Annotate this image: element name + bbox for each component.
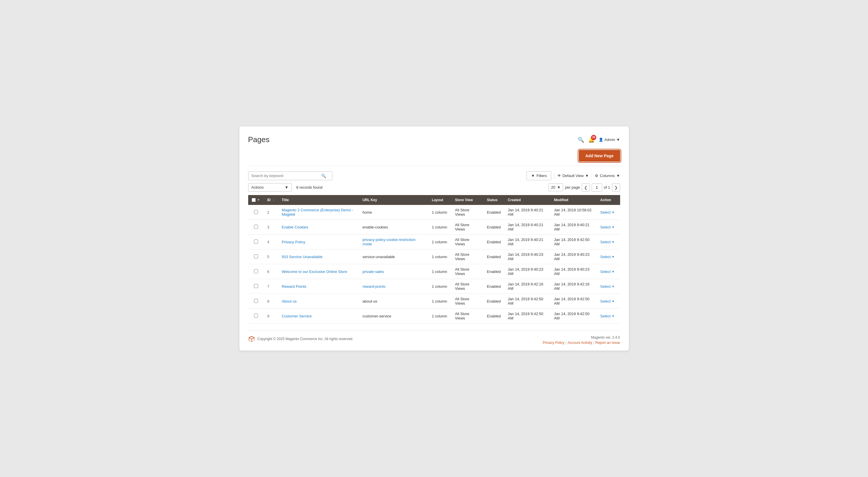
row-status: Enabled	[484, 249, 504, 264]
th-action: Action	[597, 195, 620, 205]
row-url-key-link[interactable]: privacy-policy-cookie-restriction-mode	[363, 237, 417, 246]
row-title-link[interactable]: Welcome to our Exclusive Online Store	[282, 269, 347, 274]
row-title: Privacy Policy	[278, 235, 359, 249]
th-id[interactable]: ID ↕	[264, 195, 278, 205]
per-page-value: 20	[551, 185, 555, 189]
row-created: Jan 14, 2019 9:42:50 AM	[504, 294, 550, 309]
row-checkbox[interactable]	[254, 225, 258, 229]
select-chevron-icon: ▼	[612, 315, 615, 318]
row-title-link[interactable]: About us	[282, 299, 297, 303]
pagination-next-button[interactable]: ❯	[612, 183, 620, 191]
page-header: Pages 🔍 🔔 39 👤 Admin ▼	[248, 135, 620, 144]
row-select-button[interactable]: Select ▼	[600, 240, 615, 244]
row-store-view: All Store Views	[452, 264, 484, 279]
add-new-page-button[interactable]: Add New Page	[579, 150, 620, 161]
row-title-link[interactable]: Magento 2 Commerce (Enterprise) Demo - M…	[282, 208, 353, 216]
row-title: Welcome to our Exclusive Online Store	[278, 264, 359, 279]
account-activity-link[interactable]: Account Activity	[568, 341, 592, 345]
row-id: 4	[264, 235, 278, 249]
actions-label: Actions	[251, 185, 264, 189]
row-checkbox[interactable]	[254, 284, 258, 288]
footer: Copyright © 2025 Magento Commerce Inc. A…	[248, 330, 620, 345]
filters-button[interactable]: ▼ Filters	[527, 171, 551, 180]
select-all-checkbox[interactable]	[252, 198, 256, 202]
row-select-button[interactable]: Select ▼	[600, 284, 615, 289]
row-title-link[interactable]: 503 Service Unavailable	[282, 255, 322, 259]
row-checkbox-cell	[248, 279, 264, 294]
columns-button[interactable]: ⚙ Columns ▼	[595, 174, 620, 178]
row-title-link[interactable]: Reward Points	[282, 284, 306, 289]
row-url-key-link[interactable]: reward-points	[363, 284, 385, 289]
th-modified-label: Modified	[554, 198, 568, 202]
footer-links: Privacy Policy | Account Activity | Repo…	[543, 341, 620, 345]
row-checkbox-cell	[248, 249, 264, 264]
columns-chevron-icon: ▼	[616, 174, 620, 178]
admin-label: Admin	[604, 138, 615, 142]
admin-menu-button[interactable]: 👤 Admin ▼	[599, 138, 620, 142]
toolbar-area: Add New Page	[248, 150, 620, 166]
row-checkbox-cell	[248, 294, 264, 309]
row-checkbox[interactable]	[254, 210, 258, 214]
actions-left: Actions ▼ 8 records found	[248, 183, 322, 191]
th-title: Title	[278, 195, 359, 205]
table-body: 2Magento 2 Commerce (Enterprise) Demo - …	[248, 205, 620, 324]
row-title-link[interactable]: Privacy Policy	[282, 240, 305, 244]
view-button[interactable]: 👁 Default View ▼	[557, 174, 589, 178]
actions-row: Actions ▼ 8 records found 20 ▼ per page …	[248, 183, 620, 191]
row-select-button[interactable]: Select ▼	[600, 314, 615, 318]
separator2	[592, 173, 592, 179]
privacy-policy-link[interactable]: Privacy Policy	[543, 341, 565, 345]
row-action-cell: Select ▼	[597, 249, 620, 264]
row-title-link[interactable]: Customer Service	[282, 314, 311, 318]
row-id: 9	[264, 309, 278, 324]
select-all-dropdown-icon[interactable]: ▼	[257, 198, 260, 202]
id-sort-icon: ↕	[273, 199, 274, 202]
page-number-input[interactable]	[592, 183, 602, 191]
page-of-label: of 1	[604, 185, 610, 189]
row-id: 6	[264, 264, 278, 279]
row-select-button[interactable]: Select ▼	[600, 210, 615, 214]
th-checkbox: ▼	[248, 195, 264, 205]
th-url-key: URL Key	[359, 195, 428, 205]
pagination-prev-button[interactable]: ❮	[582, 183, 590, 191]
search-submit-icon[interactable]: 🔍	[321, 174, 326, 178]
notification-button[interactable]: 🔔 39	[588, 137, 594, 143]
table-row: 2Magento 2 Commerce (Enterprise) Demo - …	[248, 205, 620, 220]
table-header-row: ▼ ID ↕ Title URL Key Layout Store View	[248, 195, 620, 205]
row-layout: 1 column	[428, 309, 452, 324]
select-chevron-icon: ▼	[612, 226, 615, 229]
row-checkbox[interactable]	[254, 240, 258, 244]
row-checkbox[interactable]	[254, 314, 258, 318]
row-title: Magento 2 Commerce (Enterprise) Demo - M…	[278, 205, 359, 220]
main-container: Pages 🔍 🔔 39 👤 Admin ▼ Add New Page 🔍	[240, 126, 629, 351]
row-url-key-link[interactable]: private-sales	[363, 269, 384, 274]
header-search-button[interactable]: 🔍	[578, 137, 584, 143]
per-page-label: per page	[565, 185, 580, 189]
row-layout: 1 column	[428, 249, 452, 264]
row-select-button[interactable]: Select ▼	[600, 299, 615, 303]
row-url-key: service-unavailable	[359, 249, 428, 264]
footer-right: Magento ver. 2.4.0 Privacy Policy | Acco…	[543, 335, 620, 345]
row-store-view: All Store Views	[452, 249, 484, 264]
row-checkbox[interactable]	[254, 269, 258, 273]
select-chevron-icon: ▼	[612, 270, 615, 273]
row-title-link[interactable]: Enable Cookies	[282, 225, 308, 229]
row-layout: 1 column	[428, 294, 452, 309]
columns-label: Columns	[600, 174, 615, 178]
row-select-button[interactable]: Select ▼	[600, 269, 615, 274]
per-page-select[interactable]: 20 ▼	[548, 183, 563, 191]
report-issue-link[interactable]: Report an Issue	[595, 341, 620, 345]
row-checkbox[interactable]	[254, 254, 258, 259]
version-text: Magento ver. 2.4.0	[543, 335, 620, 339]
row-created: Jan 14, 2019 9:40:21 AM	[504, 220, 550, 235]
row-modified: Jan 14, 2019 9:40:21 AM	[550, 220, 597, 235]
search-icon: 🔍	[578, 137, 584, 143]
row-url-key: enable-cookies	[359, 220, 428, 235]
row-select-button[interactable]: Select ▼	[600, 255, 615, 259]
search-input[interactable]	[251, 174, 321, 178]
row-select-button[interactable]: Select ▼	[600, 225, 615, 229]
actions-dropdown[interactable]: Actions ▼	[248, 183, 292, 191]
copyright-text: Copyright © 2025 Magento Commerce Inc. A…	[257, 337, 353, 341]
row-checkbox[interactable]	[254, 299, 258, 303]
table-row: 5503 Service Unavailableservice-unavaila…	[248, 249, 620, 264]
